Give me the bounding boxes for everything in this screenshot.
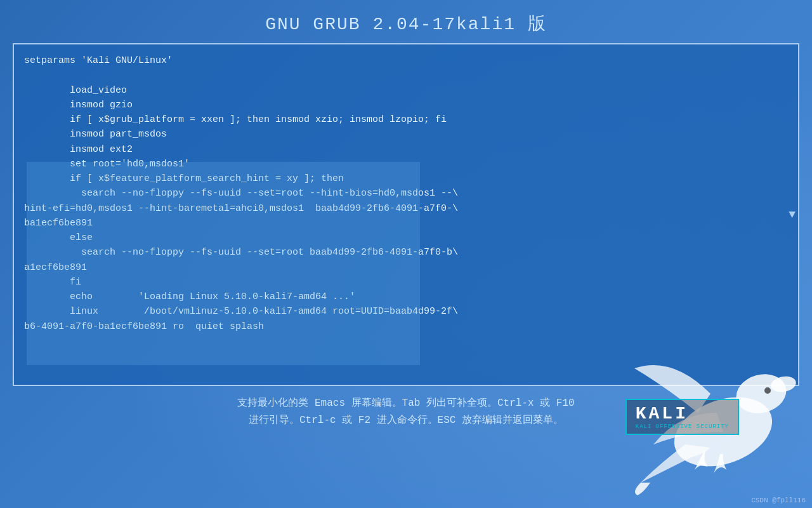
kali-brand-text: KALI: [636, 404, 729, 424]
kali-brand-box: KALI KALI OFFENSIVE SECURITY: [625, 399, 739, 435]
terminal-content: setparams 'Kali GNU/Linux' load_video in…: [24, 53, 788, 334]
kali-subtitle: KALI OFFENSIVE SECURITY: [636, 424, 729, 430]
page-title: GNU GRUB 2.04-17kali1 版: [0, 0, 812, 43]
svg-point-3: [764, 387, 771, 394]
scrollbar[interactable]: ▼: [789, 208, 796, 221]
watermark: CSDN @fpll116: [751, 497, 806, 504]
